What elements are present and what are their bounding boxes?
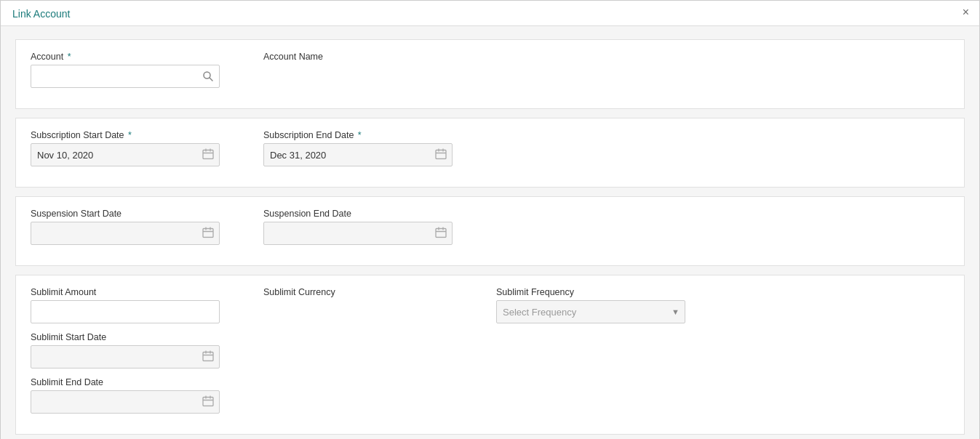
modal-title: Link Account [12, 8, 70, 20]
sublimit-start-date-input[interactable] [31, 345, 220, 368]
subscription-start-group: Subscription Start Date * [31, 130, 234, 166]
sublimit-amount-label: Sublimit Amount [31, 287, 234, 297]
account-section: Account * Account Name [15, 39, 965, 109]
subscription-start-input[interactable] [31, 143, 220, 166]
sub-end-required: * [355, 130, 361, 140]
suspension-end-input[interactable] [263, 222, 453, 245]
sublimit-end-date-wrapper [31, 390, 220, 414]
subscription-start-label: Subscription Start Date * [31, 130, 234, 140]
sublimit-start-date-group: Sublimit Start Date [31, 332, 234, 368]
sublimit-frequency-select[interactable]: Select Frequency Daily Weekly Monthly An… [496, 300, 685, 323]
suspension-start-label: Suspension Start Date [31, 209, 234, 219]
account-input-wrapper [31, 65, 220, 88]
sublimit-amount-input[interactable] [31, 300, 220, 323]
modal-header: Link Account × [1, 1, 979, 26]
subscription-end-wrapper [263, 143, 453, 166]
sublimit-frequency-group: Sublimit Frequency Select Frequency Dail… [496, 287, 700, 323]
account-input[interactable] [31, 65, 220, 88]
account-label: Account * [31, 52, 234, 62]
suspension-start-input[interactable] [31, 222, 220, 245]
subscription-section: Subscription Start Date * Subscription E… [15, 118, 965, 188]
suspension-start-wrapper [31, 222, 220, 245]
suspension-end-label: Suspension End Date [263, 209, 467, 219]
sublimit-start-date-wrapper [31, 345, 220, 368]
sublimit-currency-value [263, 300, 467, 323]
suspension-end-wrapper [263, 222, 453, 245]
sublimit-section: Sublimit Amount Sublimit Currency Sublim… [15, 275, 965, 435]
account-name-value [263, 65, 467, 88]
sublimit-end-date-group: Sublimit End Date [31, 377, 234, 414]
suspension-row: Suspension Start Date Suspension End Dat… [31, 209, 949, 254]
sublimit-frequency-label: Sublimit Frequency [496, 287, 700, 297]
sublimit-row: Sublimit Amount Sublimit Currency Sublim… [31, 287, 949, 377]
sublimit-end-row: Sublimit End Date [31, 377, 949, 422]
subscription-start-wrapper [31, 143, 220, 166]
sublimit-currency-label: Sublimit Currency [263, 287, 467, 297]
subscription-end-input[interactable] [263, 143, 453, 166]
suspension-start-group: Suspension Start Date [31, 209, 234, 245]
subscription-row: Subscription Start Date * Subscription E… [31, 130, 949, 175]
account-row: Account * Account Name [31, 52, 949, 97]
sublimit-amount-group: Sublimit Amount [31, 287, 234, 323]
suspension-end-group: Suspension End Date [263, 209, 467, 245]
sublimit-start-date-label: Sublimit Start Date [31, 332, 234, 342]
link-account-modal: Link Account × Account * [0, 0, 980, 439]
account-group: Account * [31, 52, 234, 88]
close-button[interactable]: × [963, 7, 969, 18]
suspension-section: Suspension Start Date Suspension End Dat… [15, 196, 965, 266]
subscription-end-group: Subscription End Date * [263, 130, 467, 166]
sub-start-required: * [126, 130, 132, 140]
sublimit-end-date-input[interactable] [31, 390, 220, 414]
sublimit-currency-group: Sublimit Currency [263, 287, 467, 323]
subscription-end-label: Subscription End Date * [263, 130, 467, 140]
sublimit-end-date-label: Sublimit End Date [31, 377, 234, 387]
sublimit-frequency-wrapper: Select Frequency Daily Weekly Monthly An… [496, 300, 685, 323]
account-name-label: Account Name [263, 52, 467, 62]
modal-body: Account * Account Name [1, 26, 979, 439]
account-required: * [65, 52, 71, 62]
account-name-group: Account Name [263, 52, 467, 88]
